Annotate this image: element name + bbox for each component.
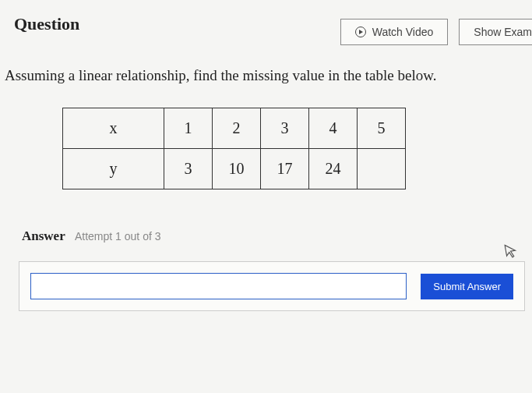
cell-y-4: 24 [309, 149, 358, 189]
question-prompt: Assuming a linear relationship, find the… [0, 45, 532, 84]
header-buttons: Watch Video Show Exam [340, 19, 532, 45]
cell-x-2: 2 [213, 108, 261, 149]
attempt-text: Attempt 1 out of 3 [75, 230, 161, 243]
cell-y-3: 17 [261, 149, 309, 189]
question-heading: Question [14, 14, 79, 34]
row-label-x: x [63, 108, 164, 149]
cell-x-5: 5 [358, 108, 406, 149]
answer-label: Answer [22, 228, 65, 243]
cell-x-1: 1 [164, 108, 213, 149]
answer-input-area: Submit Answer [19, 261, 525, 311]
watch-video-label: Watch Video [372, 26, 434, 38]
data-table: x 1 2 3 4 5 y 3 10 17 24 [62, 108, 406, 189]
play-icon [355, 27, 366, 37]
cell-y-2: 10 [213, 149, 261, 189]
row-label-y: y [63, 149, 164, 189]
show-exam-button[interactable]: Show Exam [459, 19, 532, 45]
show-exam-label: Show Exam [474, 26, 532, 38]
cell-x-3: 3 [261, 108, 309, 149]
cell-x-4: 4 [309, 108, 358, 149]
submit-answer-button[interactable]: Submit Answer [421, 274, 513, 299]
cursor-icon [504, 243, 520, 264]
table-row: x 1 2 3 4 5 [63, 108, 406, 149]
watch-video-button[interactable]: Watch Video [340, 19, 449, 45]
answer-input[interactable] [30, 273, 407, 299]
cell-y-5 [358, 149, 406, 189]
cell-y-1: 3 [164, 149, 213, 189]
table-row: y 3 10 17 24 [63, 149, 406, 189]
